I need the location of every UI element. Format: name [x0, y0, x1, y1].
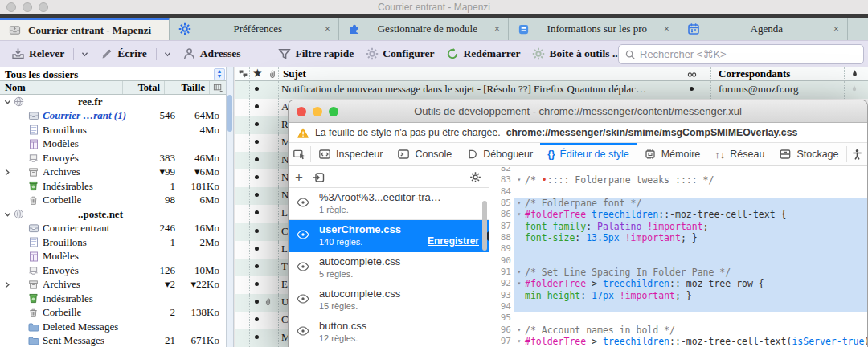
tab-close-icon[interactable]: × [664, 22, 669, 35]
fold-arrow-icon[interactable]: ▾ [514, 209, 525, 220]
correspondents-column-header[interactable]: Correspondants [719, 67, 790, 80]
devtools-tab-console[interactable]: Console [390, 143, 459, 165]
devtools-tab-braces[interactable]: {}Éditeur de style [540, 143, 637, 165]
column-size[interactable]: Taille [165, 81, 210, 94]
read-column-icon[interactable] [686, 68, 698, 80]
tab-close-icon[interactable]: × [494, 22, 500, 35]
stylesheet-item[interactable]: button.css12 règles. [289, 316, 489, 347]
zoom-window-icon[interactable] [39, 2, 48, 12]
visibility-eye-icon[interactable] [297, 326, 309, 336]
code-line[interactable]: 95 [489, 312, 867, 324]
tab-mail[interactable]: Courrier entrant - Mapenzi [0, 18, 170, 40]
folder-row[interactable]: Modèles [0, 137, 226, 152]
gear-gray-button[interactable]: Configurer [365, 47, 434, 61]
folder-pane-scrollbar[interactable] [227, 67, 234, 347]
devtools-tab-storage[interactable]: Stockage [772, 143, 845, 165]
twisty-right-icon[interactable] [2, 281, 13, 288]
junk-column-icon[interactable] [850, 68, 859, 79]
folder-row[interactable]: Courrier entrant24616Mo [0, 222, 226, 236]
tab-calendar[interactable]: Agenda× [678, 18, 848, 40]
stylesheet-item[interactable]: %3Aroot%3...eeditor-tra…1 règle. [289, 188, 489, 220]
folder-row[interactable]: Indésirables [0, 292, 226, 306]
code-line[interactable]: 91▾/* Set Line Spacing In Folder Pane */ [489, 267, 867, 278]
twisty-right-icon[interactable] [2, 169, 13, 176]
folder-row[interactable]: Indésirables1181Ko [0, 179, 226, 194]
chevron-down-icon[interactable] [81, 51, 88, 57]
minimize-window-icon[interactable] [23, 2, 32, 12]
stylesheet-item[interactable]: autocomplete.css5 règles. [289, 252, 489, 284]
sidebar-scrollbar-thumb[interactable] [482, 201, 487, 251]
twisty-down-icon[interactable] [2, 99, 13, 105]
pick-element-button[interactable] [289, 143, 310, 165]
folder-row[interactable]: Corbeille986Mo [0, 194, 226, 208]
folder-row[interactable]: Modèles [0, 250, 226, 264]
visibility-eye-icon[interactable] [297, 262, 309, 271]
scrollbar-thumb[interactable] [227, 95, 232, 132]
visibility-eye-icon[interactable] [297, 294, 309, 304]
devtools-zoom-icon[interactable] [329, 107, 338, 116]
tab-gear-blue[interactable]: Préférences× [170, 18, 339, 40]
folder-row[interactable]: Envoyés12610Mo [0, 263, 226, 278]
folder-row[interactable]: Deleted Messages [0, 320, 226, 334]
main-traffic-lights[interactable] [6, 2, 48, 12]
chevron-down-icon[interactable] [164, 51, 171, 57]
restart-button[interactable]: Redémarrer [446, 47, 521, 61]
devtools-tab-inspector[interactable]: Inspecteur [311, 143, 390, 165]
message-row[interactable]: Notification de nouveau message dans le … [235, 81, 868, 99]
folder-row[interactable]: Courrier …rant (1)54664Mo [0, 109, 226, 124]
code-line[interactable]: 96▾/* Account names in bold */ [489, 325, 867, 336]
folder-pane-header[interactable]: Tous les dossiers ▲▼ [0, 67, 226, 81]
folder-row[interactable]: Archives▾2▾22Ko [0, 278, 226, 292]
folder-row[interactable]: Sent Messages21671Ko [0, 334, 226, 347]
folder-row[interactable]: Corbeille2138Ko [0, 306, 226, 320]
thread-column-icon[interactable] [238, 68, 248, 79]
folder-row[interactable]: Brouillons4Mo [0, 123, 226, 137]
code-line[interactable]: 83▾/* •:::: Folderpane tweaks :::: */ [489, 174, 867, 186]
new-stylesheet-icon[interactable]: + [295, 170, 303, 184]
star-column-icon[interactable]: ★ [253, 67, 262, 80]
stylesheet-item[interactable]: userChrome.css140 règles.Enregistrer [289, 220, 489, 252]
close-window-icon[interactable] [6, 2, 16, 12]
code-line[interactable]: 93min-height: 17px !important; } [489, 290, 867, 301]
attachment-column-icon[interactable] [268, 68, 277, 80]
code-line[interactable]: 94 [489, 301, 867, 312]
save-link[interactable]: Enregistrer [428, 235, 479, 247]
toolbox-button[interactable]: Boîte à outils ... [532, 47, 621, 61]
twisty-down-icon[interactable] [2, 211, 13, 218]
tab-page[interactable]: Informations sur les pro× [509, 18, 678, 40]
code-line[interactable]: 92▾#folderTree > treechildren::-moz-tree… [489, 278, 867, 289]
code-line[interactable]: 88font-size: 13.5px !important; } [489, 232, 867, 243]
fold-arrow-icon[interactable]: ▾ [514, 174, 525, 186]
subject-column-header[interactable]: Sujet [283, 67, 306, 80]
devtools-traffic-lights[interactable] [297, 107, 338, 116]
code-line[interactable]: 82 [489, 167, 867, 174]
code-line[interactable]: 87font-family: Palatino !important; [489, 221, 867, 232]
stylesheet-item[interactable]: autocomplete.css15 règles. [289, 284, 489, 316]
folder-row[interactable]: ree.fr [0, 95, 226, 109]
column-total[interactable]: Total [123, 81, 165, 94]
folder-mode-stepper[interactable]: ▲▼ [214, 68, 225, 80]
pencil-button[interactable]: Écrire [100, 47, 170, 61]
code-line[interactable]: 84 [489, 186, 867, 198]
devtools-titlebar[interactable]: Outils de développement - chrome://messe… [289, 100, 867, 123]
fold-arrow-icon[interactable]: ▾ [514, 267, 525, 278]
funnel-button[interactable]: Filtre rapide [277, 47, 354, 61]
folder-row[interactable]: Envoyés38346Mo [0, 151, 226, 165]
import-stylesheet-icon[interactable] [313, 171, 326, 184]
fold-arrow-icon[interactable]: ▾ [514, 198, 525, 209]
global-search[interactable] [618, 44, 864, 64]
tab-close-icon[interactable]: × [325, 22, 330, 35]
column-name[interactable]: Nom [0, 81, 123, 94]
folder-row[interactable]: Archives▾99▾6Mo [0, 165, 226, 180]
css-code-editor[interactable]: 8283▾/* •:::: Folderpane tweaks :::: */8… [489, 167, 867, 347]
visibility-eye-icon[interactable] [297, 198, 309, 207]
get-mail-button[interactable]: Relever [11, 47, 88, 61]
sidebar-options-gear-icon[interactable] [469, 171, 481, 183]
person-button[interactable]: Adresses [182, 47, 241, 61]
devtools-minimize-icon[interactable] [313, 107, 322, 116]
accessibility-icon[interactable] [846, 143, 867, 165]
column-picker-icon[interactable] [210, 81, 226, 94]
tab-close-icon[interactable]: × [833, 22, 839, 35]
devtools-tab-memory[interactable]: Mémoire [637, 143, 708, 165]
folder-row[interactable]: ..poste.net [0, 207, 226, 222]
